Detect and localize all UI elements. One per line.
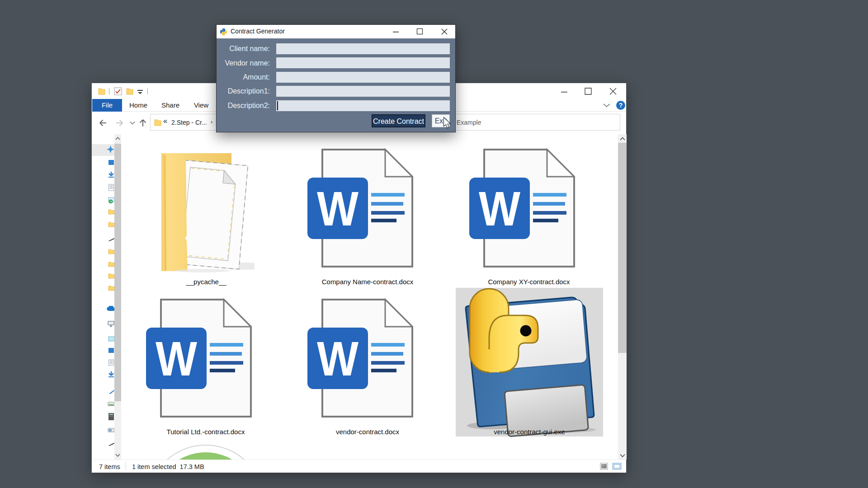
svg-text:?: ?	[619, 102, 623, 109]
